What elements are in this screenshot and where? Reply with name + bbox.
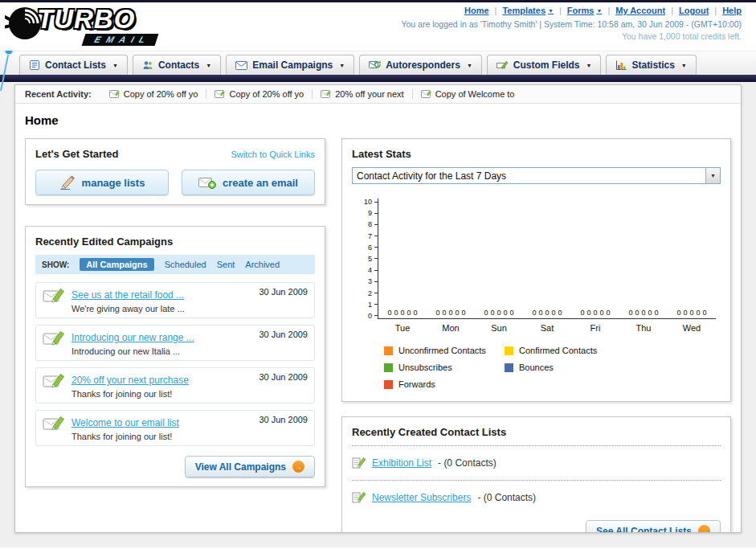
bar-group: 00000	[378, 199, 427, 318]
chevron-down-icon: ▼	[548, 8, 554, 14]
view-all-campaigns-button[interactable]: View All Campaigns →	[185, 456, 315, 477]
contact-list-link[interactable]: Exhibition List	[372, 457, 431, 469]
recent-activity-item[interactable]: Copy of 20% off yo	[206, 89, 313, 99]
tab-label: Contacts	[158, 59, 199, 71]
bar-group: 00000	[427, 199, 475, 318]
contact-list-detail: - (0 Contacts)	[477, 492, 536, 503]
nav-link-label: My Account	[615, 6, 665, 15]
y-tick: 5	[357, 256, 378, 262]
turbo-email-logo[interactable]: TURBO EMAIL	[5, 4, 157, 46]
nav-link-my-account[interactable]: My Account	[615, 6, 665, 15]
contact-list-link[interactable]: Newsletter Subscribers	[372, 492, 471, 503]
nav-link-home[interactable]: Home	[464, 6, 489, 15]
filter-sent[interactable]: Sent	[217, 260, 235, 269]
nav-link-templates[interactable]: Templates▼	[502, 6, 554, 15]
dotted-divider	[352, 445, 721, 446]
left-column: Let's Get Started Switch to Quick Links …	[25, 138, 325, 487]
tab-custom-fields[interactable]: Custom Fields ▼	[487, 55, 602, 75]
tab-label: Autoresponders	[386, 59, 460, 71]
envelope-pencil-icon	[421, 90, 431, 98]
envelope-pencil-icon	[321, 90, 331, 98]
campaign-date: 30 Jun 2009	[259, 372, 308, 382]
filter-archived[interactable]: Archived	[245, 260, 280, 269]
campaign-subtitle: Thanks for joining our list!	[72, 389, 252, 399]
envelope-pencil-icon	[109, 90, 120, 98]
filter-all-campaigns[interactable]: All Campaigns	[80, 258, 153, 271]
y-tick: 1	[357, 301, 378, 308]
chart-x-labels: TueMonSunSatFriThuWed	[378, 323, 716, 333]
y-tick: 0	[357, 313, 378, 319]
recent-activity-item[interactable]: Copy of 20% off yo	[101, 89, 207, 99]
tab-contacts[interactable]: Contacts ▼	[133, 55, 221, 75]
campaign-title-link[interactable]: See us at the retail food ...	[72, 289, 184, 301]
recent-activity-text: 20% off your next	[335, 89, 403, 99]
y-tick: 6	[357, 244, 378, 251]
chevron-down-icon: ▼	[206, 63, 211, 68]
envelope-icon	[235, 61, 247, 70]
y-tick: 9	[357, 210, 378, 216]
x-tick-label: Mon	[427, 323, 475, 333]
credits-info: You have 1,000 total credits left.	[401, 31, 742, 41]
contact-list-row[interactable]: Newsletter Subscribers - (0 Contacts)	[352, 488, 721, 507]
campaign-date: 30 Jun 2009	[259, 287, 308, 297]
campaign-title-link[interactable]: Introducing our new range ...	[72, 332, 194, 343]
recent-activity-text: Copy of 20% off yo	[124, 89, 198, 99]
chart-legend: Unconfirmed ContactsConfirmed ContactsUn…	[384, 346, 716, 389]
tab-statistics[interactable]: Statistics ▼	[606, 55, 696, 75]
x-tick-label: Sun	[475, 323, 523, 333]
campaign-row[interactable]: Welcome to our email list Thanks for joi…	[35, 410, 315, 446]
contact-list-row[interactable]: Exhibition List - (0 Contacts)	[352, 453, 721, 473]
view-all-campaigns-label: View All Campaigns	[195, 461, 286, 473]
nav-link-help[interactable]: Help	[722, 6, 742, 15]
tab-email-campaigns[interactable]: Email Campaigns ▼	[226, 55, 354, 75]
nav-link-label: Help	[722, 6, 742, 15]
separator: |	[495, 6, 497, 15]
nav-divider-bar	[0, 75, 756, 82]
legend-item: Forwards	[384, 379, 505, 389]
campaign-subtitle: Introducing our new Italia ...	[72, 346, 252, 356]
recently-edited-campaigns-panel: Recently Edited Campaigns SHOW: All Camp…	[25, 226, 325, 487]
main-region: Recent Activity: Copy of 20% off yo Copy…	[0, 82, 756, 547]
recent-activity-text: Copy of Welcome to	[435, 89, 515, 99]
nav-link-label: Forms	[567, 6, 595, 15]
envelope-plus-icon	[198, 176, 216, 189]
custom-fields-icon	[497, 60, 509, 70]
bar-group: 00000	[523, 199, 571, 318]
campaign-row[interactable]: Introducing our new range ... Introducin…	[35, 325, 315, 361]
create-email-button[interactable]: create an email	[182, 170, 315, 195]
x-tick-label: Sat	[523, 323, 571, 333]
filter-scheduled[interactable]: Scheduled	[165, 260, 206, 269]
campaign-date: 30 Jun 2009	[259, 415, 308, 424]
manage-lists-button[interactable]: manage lists	[35, 170, 169, 195]
recent-activity-item[interactable]: 20% off your next	[313, 89, 412, 99]
manage-lists-label: manage lists	[82, 177, 145, 189]
contact-activity-chart: 109876543210 000000000000000000000000000…	[352, 199, 721, 389]
tab-contact-lists[interactable]: Contact Lists ▼	[19, 55, 128, 75]
recent-activity-bar: Recent Activity: Copy of 20% off yo Copy…	[15, 85, 741, 104]
list-pencil-icon	[352, 457, 366, 469]
legend-item: Confirmed Contacts	[505, 346, 625, 355]
tab-label: Contact Lists	[45, 59, 106, 71]
stats-period-select[interactable]: Contact Activity for the Last 7 Days ▼	[352, 167, 721, 184]
nav-link-logout[interactable]: Logout	[679, 6, 709, 15]
campaign-row[interactable]: See us at the retail food ... We're givi…	[35, 282, 315, 318]
separator: |	[607, 6, 610, 15]
see-all-contact-lists-button[interactable]: See All Contact Lists →	[586, 520, 721, 533]
switch-quick-links-link[interactable]: Switch to Quick Links	[231, 150, 315, 159]
campaign-row[interactable]: 20% off your next purchase Thanks for jo…	[35, 367, 315, 404]
nav-link-forms[interactable]: Forms▼	[567, 6, 603, 15]
see-all-contact-lists-label: See All Contact Lists	[596, 526, 692, 534]
separator: |	[559, 6, 562, 15]
contacts-icon	[142, 59, 153, 71]
autoresponder-icon	[369, 60, 381, 70]
campaign-text: Welcome to our email list Thanks for joi…	[72, 415, 252, 441]
arrow-right-icon: →	[698, 525, 710, 533]
campaign-list: See us at the retail food ... We're givi…	[35, 282, 315, 446]
x-tick-label: Thu	[619, 323, 668, 333]
bar-chart-icon	[615, 60, 627, 71]
tab-autoresponders[interactable]: Autoresponders ▼	[359, 55, 482, 75]
campaign-title-link[interactable]: Welcome to our email list	[72, 417, 179, 428]
envelope-pencil-icon	[43, 415, 65, 432]
campaign-title-link[interactable]: 20% off your next purchase	[72, 375, 189, 386]
recent-activity-item[interactable]: Copy of Welcome to	[413, 89, 523, 99]
